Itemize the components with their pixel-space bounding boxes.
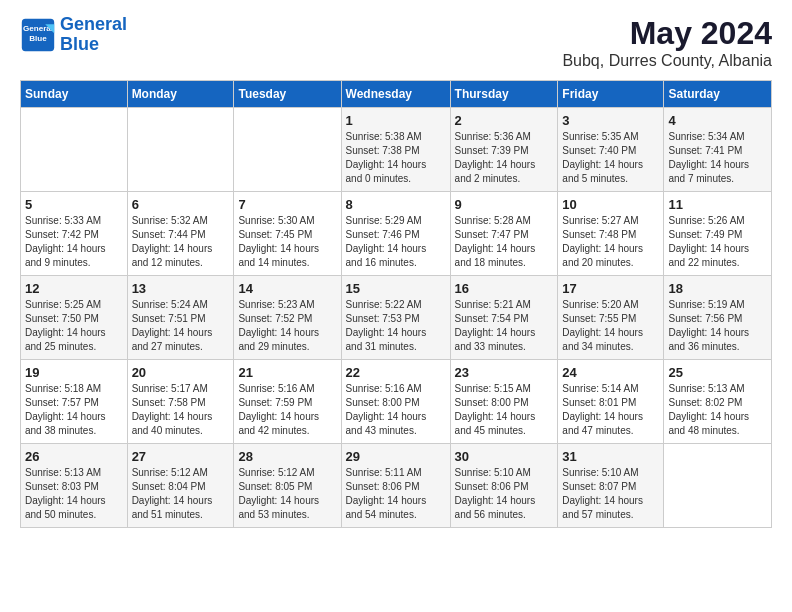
day-info: Sunrise: 5:18 AMSunset: 7:57 PMDaylight:… (25, 382, 123, 438)
day-number: 21 (238, 365, 336, 380)
day-info: Sunrise: 5:14 AMSunset: 8:01 PMDaylight:… (562, 382, 659, 438)
day-cell: 8Sunrise: 5:29 AMSunset: 7:46 PMDaylight… (341, 192, 450, 276)
day-number: 2 (455, 113, 554, 128)
day-info: Sunrise: 5:10 AMSunset: 8:07 PMDaylight:… (562, 466, 659, 522)
day-number: 10 (562, 197, 659, 212)
day-header-sunday: Sunday (21, 81, 128, 108)
day-number: 29 (346, 449, 446, 464)
week-row-1: 1Sunrise: 5:38 AMSunset: 7:38 PMDaylight… (21, 108, 772, 192)
day-cell: 28Sunrise: 5:12 AMSunset: 8:05 PMDayligh… (234, 444, 341, 528)
day-info: Sunrise: 5:30 AMSunset: 7:45 PMDaylight:… (238, 214, 336, 270)
day-info: Sunrise: 5:12 AMSunset: 8:05 PMDaylight:… (238, 466, 336, 522)
day-header-wednesday: Wednesday (341, 81, 450, 108)
logo-text-blue: Blue (60, 35, 127, 55)
day-cell: 10Sunrise: 5:27 AMSunset: 7:48 PMDayligh… (558, 192, 664, 276)
day-number: 22 (346, 365, 446, 380)
day-info: Sunrise: 5:16 AMSunset: 8:00 PMDaylight:… (346, 382, 446, 438)
day-info: Sunrise: 5:19 AMSunset: 7:56 PMDaylight:… (668, 298, 767, 354)
day-number: 25 (668, 365, 767, 380)
day-info: Sunrise: 5:25 AMSunset: 7:50 PMDaylight:… (25, 298, 123, 354)
day-cell: 3Sunrise: 5:35 AMSunset: 7:40 PMDaylight… (558, 108, 664, 192)
day-info: Sunrise: 5:27 AMSunset: 7:48 PMDaylight:… (562, 214, 659, 270)
day-cell (21, 108, 128, 192)
day-cell: 31Sunrise: 5:10 AMSunset: 8:07 PMDayligh… (558, 444, 664, 528)
calendar-table: SundayMondayTuesdayWednesdayThursdayFrid… (20, 80, 772, 528)
day-number: 13 (132, 281, 230, 296)
day-cell: 27Sunrise: 5:12 AMSunset: 8:04 PMDayligh… (127, 444, 234, 528)
day-number: 9 (455, 197, 554, 212)
day-info: Sunrise: 5:28 AMSunset: 7:47 PMDaylight:… (455, 214, 554, 270)
day-number: 20 (132, 365, 230, 380)
day-number: 17 (562, 281, 659, 296)
day-cell: 5Sunrise: 5:33 AMSunset: 7:42 PMDaylight… (21, 192, 128, 276)
day-number: 15 (346, 281, 446, 296)
day-cell: 6Sunrise: 5:32 AMSunset: 7:44 PMDaylight… (127, 192, 234, 276)
day-cell: 2Sunrise: 5:36 AMSunset: 7:39 PMDaylight… (450, 108, 558, 192)
day-info: Sunrise: 5:12 AMSunset: 8:04 PMDaylight:… (132, 466, 230, 522)
day-cell: 17Sunrise: 5:20 AMSunset: 7:55 PMDayligh… (558, 276, 664, 360)
day-cell (127, 108, 234, 192)
day-info: Sunrise: 5:21 AMSunset: 7:54 PMDaylight:… (455, 298, 554, 354)
day-number: 3 (562, 113, 659, 128)
day-number: 30 (455, 449, 554, 464)
day-cell: 20Sunrise: 5:17 AMSunset: 7:58 PMDayligh… (127, 360, 234, 444)
day-cell (234, 108, 341, 192)
day-cell: 14Sunrise: 5:23 AMSunset: 7:52 PMDayligh… (234, 276, 341, 360)
day-cell: 25Sunrise: 5:13 AMSunset: 8:02 PMDayligh… (664, 360, 772, 444)
day-cell: 7Sunrise: 5:30 AMSunset: 7:45 PMDaylight… (234, 192, 341, 276)
week-row-3: 12Sunrise: 5:25 AMSunset: 7:50 PMDayligh… (21, 276, 772, 360)
day-number: 12 (25, 281, 123, 296)
day-header-thursday: Thursday (450, 81, 558, 108)
day-info: Sunrise: 5:16 AMSunset: 7:59 PMDaylight:… (238, 382, 336, 438)
day-info: Sunrise: 5:13 AMSunset: 8:02 PMDaylight:… (668, 382, 767, 438)
day-info: Sunrise: 5:22 AMSunset: 7:53 PMDaylight:… (346, 298, 446, 354)
day-cell: 4Sunrise: 5:34 AMSunset: 7:41 PMDaylight… (664, 108, 772, 192)
day-cell: 12Sunrise: 5:25 AMSunset: 7:50 PMDayligh… (21, 276, 128, 360)
logo: General Blue General Blue (20, 15, 127, 55)
day-number: 23 (455, 365, 554, 380)
day-number: 7 (238, 197, 336, 212)
day-cell: 24Sunrise: 5:14 AMSunset: 8:01 PMDayligh… (558, 360, 664, 444)
day-info: Sunrise: 5:36 AMSunset: 7:39 PMDaylight:… (455, 130, 554, 186)
week-row-4: 19Sunrise: 5:18 AMSunset: 7:57 PMDayligh… (21, 360, 772, 444)
day-info: Sunrise: 5:10 AMSunset: 8:06 PMDaylight:… (455, 466, 554, 522)
day-cell: 23Sunrise: 5:15 AMSunset: 8:00 PMDayligh… (450, 360, 558, 444)
day-info: Sunrise: 5:24 AMSunset: 7:51 PMDaylight:… (132, 298, 230, 354)
title-area: May 2024 Bubq, Durres County, Albania (562, 15, 772, 70)
day-cell: 26Sunrise: 5:13 AMSunset: 8:03 PMDayligh… (21, 444, 128, 528)
day-number: 5 (25, 197, 123, 212)
day-info: Sunrise: 5:15 AMSunset: 8:00 PMDaylight:… (455, 382, 554, 438)
day-number: 24 (562, 365, 659, 380)
day-number: 19 (25, 365, 123, 380)
day-cell: 18Sunrise: 5:19 AMSunset: 7:56 PMDayligh… (664, 276, 772, 360)
day-info: Sunrise: 5:32 AMSunset: 7:44 PMDaylight:… (132, 214, 230, 270)
day-info: Sunrise: 5:26 AMSunset: 7:49 PMDaylight:… (668, 214, 767, 270)
day-number: 4 (668, 113, 767, 128)
day-number: 18 (668, 281, 767, 296)
day-cell: 9Sunrise: 5:28 AMSunset: 7:47 PMDaylight… (450, 192, 558, 276)
day-number: 1 (346, 113, 446, 128)
day-info: Sunrise: 5:38 AMSunset: 7:38 PMDaylight:… (346, 130, 446, 186)
day-info: Sunrise: 5:34 AMSunset: 7:41 PMDaylight:… (668, 130, 767, 186)
day-cell: 15Sunrise: 5:22 AMSunset: 7:53 PMDayligh… (341, 276, 450, 360)
day-cell: 16Sunrise: 5:21 AMSunset: 7:54 PMDayligh… (450, 276, 558, 360)
week-row-5: 26Sunrise: 5:13 AMSunset: 8:03 PMDayligh… (21, 444, 772, 528)
svg-text:Blue: Blue (29, 34, 47, 43)
day-header-monday: Monday (127, 81, 234, 108)
logo-icon: General Blue (20, 17, 56, 53)
month-title: May 2024 (562, 15, 772, 52)
day-cell (664, 444, 772, 528)
day-number: 31 (562, 449, 659, 464)
day-info: Sunrise: 5:35 AMSunset: 7:40 PMDaylight:… (562, 130, 659, 186)
day-number: 27 (132, 449, 230, 464)
day-number: 8 (346, 197, 446, 212)
day-number: 28 (238, 449, 336, 464)
day-info: Sunrise: 5:13 AMSunset: 8:03 PMDaylight:… (25, 466, 123, 522)
day-cell: 1Sunrise: 5:38 AMSunset: 7:38 PMDaylight… (341, 108, 450, 192)
day-number: 14 (238, 281, 336, 296)
day-header-friday: Friday (558, 81, 664, 108)
day-info: Sunrise: 5:29 AMSunset: 7:46 PMDaylight:… (346, 214, 446, 270)
day-header-saturday: Saturday (664, 81, 772, 108)
day-cell: 30Sunrise: 5:10 AMSunset: 8:06 PMDayligh… (450, 444, 558, 528)
day-cell: 29Sunrise: 5:11 AMSunset: 8:06 PMDayligh… (341, 444, 450, 528)
